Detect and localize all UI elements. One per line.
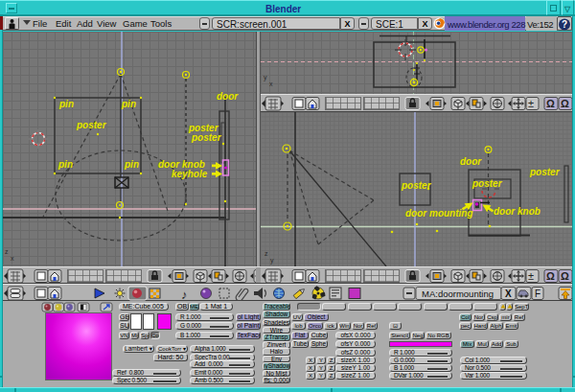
svg-text:Ω: Ω: [561, 270, 569, 282]
svg-text:Ω: Ω: [561, 98, 569, 109]
svg-text:x: x: [11, 255, 14, 262]
svg-text:?: ?: [562, 19, 567, 30]
svg-text:Ω: Ω: [546, 98, 555, 109]
svg-text:y: y: [264, 74, 267, 81]
svg-text:x: x: [269, 81, 273, 87]
svg-text:z: z: [5, 248, 9, 255]
svg-text:♪: ♪: [181, 288, 188, 302]
svg-text:±: ±: [528, 270, 534, 282]
svg-text:F: F: [535, 288, 540, 299]
svg-text:Ω: Ω: [546, 270, 555, 282]
svg-text:z: z: [264, 250, 268, 257]
svg-text:±: ±: [528, 98, 534, 109]
svg-text:MA:doormounting: MA:doormounting: [422, 288, 494, 299]
svg-text:X: X: [505, 288, 512, 299]
svg-text:y: y: [270, 257, 274, 265]
